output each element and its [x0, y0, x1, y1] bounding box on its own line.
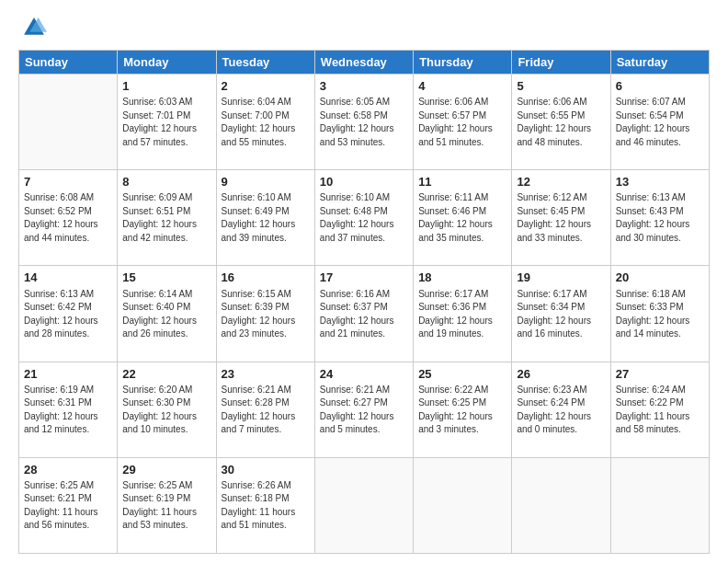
day-number: 15 [122, 270, 210, 286]
day-number: 2 [222, 78, 310, 95]
calendar-table: SundayMondayTuesdayWednesdayThursdayFrid… [18, 50, 710, 554]
logo [18, 17, 51, 44]
calendar-day-cell: 21Sunrise: 6:19 AMSunset: 6:31 PMDayligh… [19, 362, 118, 457]
page: SundayMondayTuesdayWednesdayThursdayFrid… [0, 0, 728, 563]
calendar-day-cell [414, 457, 512, 553]
day-number: 11 [418, 174, 506, 190]
calendar-day-cell: 26Sunrise: 6:23 AMSunset: 6:24 PMDayligh… [512, 362, 610, 457]
calendar-day-cell: 19Sunrise: 6:17 AMSunset: 6:34 PMDayligh… [512, 266, 610, 362]
calendar-day-cell: 12Sunrise: 6:12 AMSunset: 6:45 PMDayligh… [512, 170, 610, 266]
calendar-day-header: Monday [118, 51, 216, 75]
day-info: Sunrise: 6:13 AMSunset: 6:42 PMDaylight:… [24, 288, 112, 341]
day-info: Sunrise: 6:05 AMSunset: 6:58 PMDaylight:… [320, 96, 408, 149]
day-info: Sunrise: 6:17 AMSunset: 6:34 PMDaylight:… [517, 288, 605, 341]
logo-icon [21, 15, 47, 40]
calendar-week-row: 21Sunrise: 6:19 AMSunset: 6:31 PMDayligh… [19, 362, 710, 457]
calendar-day-cell: 13Sunrise: 6:13 AMSunset: 6:43 PMDayligh… [610, 170, 709, 266]
day-number: 4 [418, 78, 506, 95]
calendar-week-row: 14Sunrise: 6:13 AMSunset: 6:42 PMDayligh… [19, 266, 710, 362]
calendar-day-cell: 24Sunrise: 6:21 AMSunset: 6:27 PMDayligh… [314, 362, 413, 457]
calendar-day-cell: 4Sunrise: 6:06 AMSunset: 6:57 PMDaylight… [414, 75, 512, 170]
calendar-day-cell: 25Sunrise: 6:22 AMSunset: 6:25 PMDayligh… [414, 362, 512, 457]
day-number: 16 [222, 270, 310, 286]
day-info: Sunrise: 6:06 AMSunset: 6:55 PMDaylight:… [517, 96, 605, 149]
calendar-day-cell: 23Sunrise: 6:21 AMSunset: 6:28 PMDayligh… [216, 362, 314, 457]
day-info: Sunrise: 6:10 AMSunset: 6:49 PMDaylight:… [222, 191, 310, 245]
header [18, 17, 710, 44]
day-number: 5 [517, 78, 605, 95]
calendar-header-row: SundayMondayTuesdayWednesdayThursdayFrid… [19, 51, 710, 75]
calendar-day-cell [314, 457, 413, 553]
calendar-day-header: Saturday [610, 51, 709, 75]
day-number: 7 [24, 174, 112, 190]
calendar-day-cell: 3Sunrise: 6:05 AMSunset: 6:58 PMDaylight… [314, 75, 413, 170]
calendar-day-cell: 18Sunrise: 6:17 AMSunset: 6:36 PMDayligh… [414, 266, 512, 362]
day-number: 19 [517, 270, 605, 286]
calendar-day-cell: 16Sunrise: 6:15 AMSunset: 6:39 PMDayligh… [216, 266, 314, 362]
day-info: Sunrise: 6:21 AMSunset: 6:28 PMDaylight:… [222, 384, 310, 437]
day-number: 26 [517, 366, 605, 383]
calendar-day-cell: 10Sunrise: 6:10 AMSunset: 6:48 PMDayligh… [314, 170, 413, 266]
calendar-week-row: 1Sunrise: 6:03 AMSunset: 7:01 PMDaylight… [19, 75, 710, 170]
day-info: Sunrise: 6:25 AMSunset: 6:21 PMDaylight:… [24, 479, 112, 533]
calendar-day-cell: 14Sunrise: 6:13 AMSunset: 6:42 PMDayligh… [19, 266, 118, 362]
calendar-week-row: 28Sunrise: 6:25 AMSunset: 6:21 PMDayligh… [19, 457, 710, 553]
day-number: 1 [122, 78, 210, 95]
calendar-day-header: Tuesday [216, 51, 314, 75]
day-info: Sunrise: 6:22 AMSunset: 6:25 PMDaylight:… [418, 384, 506, 437]
day-info: Sunrise: 6:13 AMSunset: 6:43 PMDaylight:… [616, 191, 704, 245]
day-info: Sunrise: 6:24 AMSunset: 6:22 PMDaylight:… [616, 384, 704, 437]
day-number: 21 [24, 366, 112, 383]
day-number: 23 [222, 366, 310, 383]
day-number: 22 [122, 366, 210, 383]
day-info: Sunrise: 6:26 AMSunset: 6:18 PMDaylight:… [222, 479, 310, 533]
calendar-day-cell: 8Sunrise: 6:09 AMSunset: 6:51 PMDaylight… [118, 170, 216, 266]
calendar-day-header: Friday [512, 51, 610, 75]
calendar-day-cell: 27Sunrise: 6:24 AMSunset: 6:22 PMDayligh… [610, 362, 709, 457]
day-number: 27 [616, 366, 704, 383]
day-number: 25 [418, 366, 506, 383]
day-info: Sunrise: 6:15 AMSunset: 6:39 PMDaylight:… [222, 288, 310, 341]
day-number: 13 [616, 174, 704, 190]
day-info: Sunrise: 6:07 AMSunset: 6:54 PMDaylight:… [616, 96, 704, 149]
day-number: 29 [122, 462, 210, 478]
day-info: Sunrise: 6:23 AMSunset: 6:24 PMDaylight:… [517, 384, 605, 437]
day-number: 20 [616, 270, 704, 286]
calendar-day-cell: 15Sunrise: 6:14 AMSunset: 6:40 PMDayligh… [118, 266, 216, 362]
calendar-day-cell: 17Sunrise: 6:16 AMSunset: 6:37 PMDayligh… [314, 266, 413, 362]
day-number: 28 [24, 462, 112, 478]
day-number: 9 [222, 174, 310, 190]
calendar-day-header: Wednesday [314, 51, 413, 75]
day-info: Sunrise: 6:16 AMSunset: 6:37 PMDaylight:… [320, 288, 408, 341]
day-number: 3 [320, 78, 408, 95]
day-info: Sunrise: 6:21 AMSunset: 6:27 PMDaylight:… [320, 384, 408, 437]
calendar-day-cell: 28Sunrise: 6:25 AMSunset: 6:21 PMDayligh… [19, 457, 118, 553]
day-info: Sunrise: 6:12 AMSunset: 6:45 PMDaylight:… [517, 191, 605, 245]
day-info: Sunrise: 6:25 AMSunset: 6:19 PMDaylight:… [122, 479, 210, 533]
day-info: Sunrise: 6:08 AMSunset: 6:52 PMDaylight:… [24, 191, 112, 245]
day-number: 12 [517, 174, 605, 190]
calendar-day-cell [610, 457, 709, 553]
calendar-day-header: Sunday [19, 51, 118, 75]
day-info: Sunrise: 6:19 AMSunset: 6:31 PMDaylight:… [24, 384, 112, 437]
calendar-day-cell: 5Sunrise: 6:06 AMSunset: 6:55 PMDaylight… [512, 75, 610, 170]
day-number: 6 [616, 78, 704, 95]
day-info: Sunrise: 6:09 AMSunset: 6:51 PMDaylight:… [122, 191, 210, 245]
calendar-day-cell [512, 457, 610, 553]
day-info: Sunrise: 6:06 AMSunset: 6:57 PMDaylight:… [418, 96, 506, 149]
day-number: 30 [222, 462, 310, 478]
day-info: Sunrise: 6:20 AMSunset: 6:30 PMDaylight:… [122, 384, 210, 437]
day-info: Sunrise: 6:10 AMSunset: 6:48 PMDaylight:… [320, 191, 408, 245]
calendar-day-cell: 29Sunrise: 6:25 AMSunset: 6:19 PMDayligh… [118, 457, 216, 553]
calendar-day-cell: 2Sunrise: 6:04 AMSunset: 7:00 PMDaylight… [216, 75, 314, 170]
calendar-day-cell: 1Sunrise: 6:03 AMSunset: 7:01 PMDaylight… [118, 75, 216, 170]
day-info: Sunrise: 6:11 AMSunset: 6:46 PMDaylight:… [418, 191, 506, 245]
day-number: 17 [320, 270, 408, 286]
calendar-day-cell: 6Sunrise: 6:07 AMSunset: 6:54 PMDaylight… [610, 75, 709, 170]
calendar-day-cell: 20Sunrise: 6:18 AMSunset: 6:33 PMDayligh… [610, 266, 709, 362]
calendar-day-header: Thursday [414, 51, 512, 75]
day-info: Sunrise: 6:17 AMSunset: 6:36 PMDaylight:… [418, 288, 506, 341]
calendar-day-cell: 11Sunrise: 6:11 AMSunset: 6:46 PMDayligh… [414, 170, 512, 266]
calendar-day-cell: 7Sunrise: 6:08 AMSunset: 6:52 PMDaylight… [19, 170, 118, 266]
day-number: 8 [122, 174, 210, 190]
